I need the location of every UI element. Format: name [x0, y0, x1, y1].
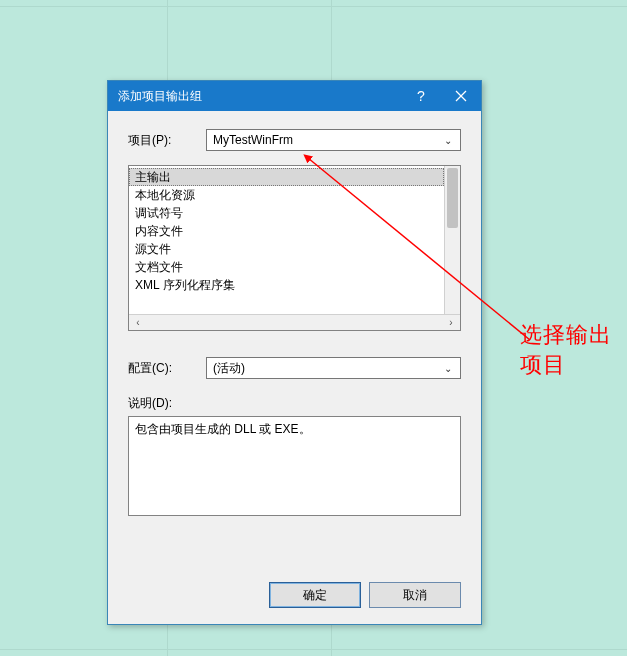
list-item[interactable]: 内容文件: [129, 222, 444, 240]
scroll-left-icon[interactable]: ‹: [132, 317, 144, 328]
ok-button[interactable]: 确定: [269, 582, 361, 608]
config-combobox[interactable]: (活动) ⌄: [206, 357, 461, 379]
annotation-text: 选择输出项目: [520, 320, 612, 380]
close-button[interactable]: [441, 81, 481, 111]
dialog-footer: 确定 取消: [128, 568, 461, 608]
scroll-right-icon[interactable]: ›: [445, 317, 457, 328]
list-item[interactable]: 主输出: [129, 168, 444, 186]
titlebar[interactable]: 添加项目输出组 ?: [108, 81, 481, 111]
config-value: (活动): [213, 360, 440, 377]
dialog-title: 添加项目输出组: [118, 88, 401, 105]
config-row: 配置(C): (活动) ⌄: [128, 357, 461, 379]
list-item[interactable]: XML 序列化程序集: [129, 276, 444, 294]
description-textarea[interactable]: [128, 416, 461, 516]
dialog-body: 项目(P): MyTestWinFrm ⌄ 主输出 本地化资源 调试符号 内容文…: [108, 111, 481, 624]
scrollbar-thumb[interactable]: [447, 168, 458, 228]
description-label: 说明(D):: [128, 395, 461, 412]
chevron-down-icon: ⌄: [440, 363, 456, 374]
output-list-items: 主输出 本地化资源 调试符号 内容文件 源文件 文档文件 XML 序列化程序集: [129, 166, 444, 314]
add-project-output-dialog: 添加项目输出组 ? 项目(P): MyTestWinFrm ⌄ 主输出 本地化资…: [107, 80, 482, 625]
cancel-button[interactable]: 取消: [369, 582, 461, 608]
project-row: 项目(P): MyTestWinFrm ⌄: [128, 129, 461, 151]
close-icon: [455, 90, 467, 102]
project-value: MyTestWinFrm: [213, 133, 440, 147]
output-listbox[interactable]: 主输出 本地化资源 调试符号 内容文件 源文件 文档文件 XML 序列化程序集 …: [128, 165, 461, 331]
list-item[interactable]: 源文件: [129, 240, 444, 258]
cancel-label: 取消: [403, 587, 427, 604]
list-item[interactable]: 调试符号: [129, 204, 444, 222]
config-label: 配置(C):: [128, 360, 206, 377]
list-item[interactable]: 本地化资源: [129, 186, 444, 204]
vertical-scrollbar[interactable]: [444, 166, 460, 314]
help-button[interactable]: ?: [401, 81, 441, 111]
ok-label: 确定: [303, 587, 327, 604]
project-combobox[interactable]: MyTestWinFrm ⌄: [206, 129, 461, 151]
horizontal-scrollbar[interactable]: ‹ ›: [129, 314, 460, 330]
project-label: 项目(P):: [128, 132, 206, 149]
list-item[interactable]: 文档文件: [129, 258, 444, 276]
chevron-down-icon: ⌄: [440, 135, 456, 146]
help-icon: ?: [417, 88, 425, 104]
